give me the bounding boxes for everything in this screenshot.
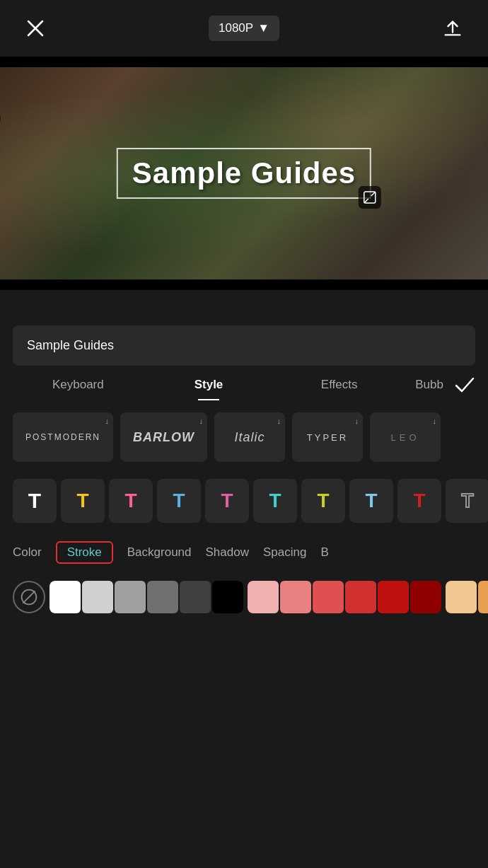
tab-bubble[interactable]: Bubb — [405, 378, 454, 400]
download-icon: ↓ — [277, 417, 281, 425]
gap-area — [0, 290, 488, 325]
style-icons-row: T T T T T T T T T T — [0, 473, 488, 534]
style-icon-red-heavy-text: T — [413, 490, 425, 512]
sub-tab-color[interactable]: Color — [13, 543, 42, 562]
font-option-postmodern[interactable]: ↓ POSTMODERN — [13, 412, 113, 462]
no-color-button[interactable] — [13, 581, 45, 613]
swatch-lightorange[interactable] — [446, 581, 477, 613]
black-bar-bottom — [0, 279, 488, 290]
gray-swatch-group — [50, 581, 243, 613]
style-icon-pink2[interactable]: T — [205, 479, 249, 523]
swatch-salmon[interactable] — [280, 581, 311, 613]
resolution-label: 1080P — [219, 21, 253, 35]
style-icon-red-heavy[interactable]: T — [397, 479, 441, 523]
video-preview: ✕ Sample Guides — [0, 57, 488, 290]
style-icon-blue-text: T — [173, 490, 185, 512]
close-button[interactable] — [21, 14, 50, 42]
sub-tab-b[interactable]: B — [320, 543, 328, 562]
style-icon-yellow2-text: T — [317, 490, 329, 512]
font-name-typer: TYPER — [307, 432, 348, 443]
tab-keyboard[interactable]: Keyboard — [13, 378, 144, 400]
svg-line-5 — [371, 192, 376, 196]
swatches-row — [0, 571, 488, 623]
resolution-button[interactable]: 1080P ▼ — [209, 16, 279, 41]
swatch-lightpink[interactable] — [248, 581, 279, 613]
swatch-gray[interactable] — [147, 581, 178, 613]
overlay-text: Sample Guides — [132, 156, 356, 190]
style-icon-cyan[interactable]: T — [253, 479, 297, 523]
sub-tab-shadow[interactable]: Shadow — [206, 543, 249, 562]
tabs-row: Keyboard Style Effects Bubb — [0, 366, 488, 401]
style-icon-yellow2[interactable]: T — [301, 479, 345, 523]
font-name-italic: Italic — [234, 430, 265, 445]
resolution-chevron: ▼ — [257, 21, 269, 35]
style-icon-plain-text: T — [28, 489, 41, 513]
swatch-medgray[interactable] — [115, 581, 146, 613]
download-icon: ↓ — [355, 417, 359, 425]
style-icon-lightblue-text: T — [365, 490, 377, 512]
font-option-italic[interactable]: ↓ Italic — [214, 412, 285, 462]
style-icon-yellow-text: T — [76, 490, 88, 512]
font-option-barlow[interactable]: ↓ BARLOW — [120, 412, 207, 462]
font-option-leo[interactable]: ↓ LEO — [370, 412, 441, 462]
style-icon-yellow[interactable]: T — [61, 479, 105, 523]
swatch-white[interactable] — [50, 581, 81, 613]
text-overlay-container[interactable]: ✕ Sample Guides — [117, 148, 371, 199]
sub-tab-stroke[interactable]: Stroke — [56, 541, 113, 564]
orange-swatch-group — [446, 581, 488, 613]
black-bar-top — [0, 57, 488, 67]
sub-tabs-row: Color Stroke Background Shadow Spacing B — [0, 534, 488, 571]
download-icon: ↓ — [433, 417, 437, 425]
font-options-row: ↓ POSTMODERN ↓ BARLOW ↓ Italic ↓ TYPER ↓… — [0, 401, 488, 473]
download-icon: ↓ — [199, 417, 204, 425]
style-icon-pink2-text: T — [221, 490, 233, 512]
swatch-deepred[interactable] — [410, 581, 441, 613]
swatch-lightgray[interactable] — [82, 581, 113, 613]
export-button[interactable] — [438, 14, 467, 42]
tab-style[interactable]: Style — [144, 378, 274, 400]
swatch-darkred[interactable] — [378, 581, 409, 613]
font-name-postmodern: POSTMODERN — [25, 432, 100, 442]
text-input-value: Sample Guides — [27, 338, 114, 353]
sub-tab-background[interactable]: Background — [127, 543, 192, 562]
resize-handle[interactable] — [359, 186, 381, 209]
text-selection-box[interactable]: Sample Guides — [117, 148, 371, 199]
style-icon-blue[interactable]: T — [157, 479, 201, 523]
style-icon-plain[interactable]: T — [13, 479, 57, 523]
swatch-orange[interactable] — [478, 581, 488, 613]
style-icon-outlined-text: T — [461, 490, 473, 512]
download-icon: ↓ — [105, 417, 110, 425]
style-icon-pink-stroke-text: T — [124, 490, 136, 512]
text-input-area[interactable]: Sample Guides — [13, 325, 475, 366]
red-swatch-group — [248, 581, 441, 613]
swatch-red[interactable] — [345, 581, 376, 613]
top-bar: 1080P ▼ — [0, 0, 488, 57]
font-option-typer[interactable]: ↓ TYPER — [292, 412, 363, 462]
swatch-red-mid[interactable] — [313, 581, 344, 613]
tab-check-button[interactable] — [454, 377, 475, 401]
style-icon-pink-stroke[interactable]: T — [109, 479, 153, 523]
tab-effects[interactable]: Effects — [274, 378, 405, 400]
font-name-barlow: BARLOW — [133, 430, 194, 445]
style-icon-cyan-text: T — [269, 490, 281, 512]
style-icon-outlined[interactable]: T — [446, 479, 488, 523]
swatch-darkgray[interactable] — [180, 581, 211, 613]
svg-line-8 — [23, 591, 35, 603]
sub-tab-spacing[interactable]: Spacing — [263, 543, 306, 562]
font-name-leo: LEO — [390, 432, 419, 443]
style-icon-lightblue[interactable]: T — [349, 479, 393, 523]
swatch-black[interactable] — [212, 581, 243, 613]
svg-line-6 — [364, 199, 368, 203]
